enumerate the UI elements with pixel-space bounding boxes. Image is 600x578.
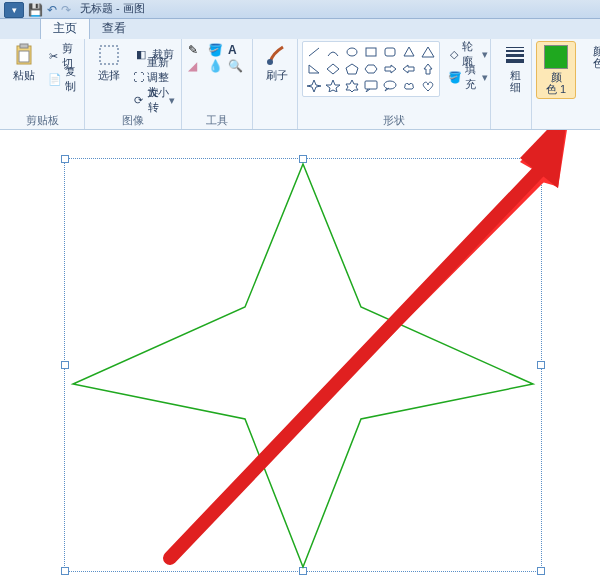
shape-star4[interactable] [305, 78, 323, 94]
group-image: 选择 ◧裁剪 ⛶重新调整大小 ⟳旋转▾ 图像 [85, 39, 182, 129]
svg-marker-12 [327, 64, 339, 74]
selection-box[interactable] [64, 158, 542, 572]
shape-curve[interactable] [324, 44, 342, 60]
stroke-width-button[interactable]: 粗 细 [495, 41, 535, 95]
shape-callout-round[interactable] [381, 78, 399, 94]
scissors-icon: ✂ [48, 48, 59, 64]
rotate-icon: ⟳ [133, 92, 145, 108]
text-icon[interactable]: A [228, 43, 246, 57]
bucket-icon[interactable]: 🪣 [208, 43, 226, 57]
color1-button[interactable]: 颜 色 1 [536, 41, 576, 99]
svg-rect-7 [366, 48, 376, 56]
tab-view[interactable]: 查看 [90, 17, 138, 39]
window-title: 无标题 - 画图 [80, 1, 145, 16]
pencil-icon[interactable]: ✎ [188, 43, 206, 57]
shape-diamond[interactable] [324, 61, 342, 77]
svg-point-4 [267, 59, 273, 65]
shape-star6[interactable] [343, 78, 361, 94]
shape-polygon[interactable] [400, 44, 418, 60]
stroke-icon [503, 43, 527, 67]
shape-arrow-u[interactable] [419, 61, 437, 77]
brush-icon [265, 43, 289, 67]
canvas[interactable] [0, 130, 600, 578]
select-button[interactable]: 选择 [89, 41, 129, 83]
svg-marker-14 [365, 65, 377, 73]
svg-marker-10 [422, 47, 434, 57]
svg-marker-15 [307, 80, 321, 92]
shape-star5[interactable] [324, 78, 342, 94]
shape-arrow-r[interactable] [381, 61, 399, 77]
quick-access-toolbar: ▾ 💾 ↶ ↷ [4, 2, 71, 18]
svg-marker-20 [73, 164, 533, 567]
color1-swatch [544, 45, 568, 69]
svg-rect-2 [19, 51, 29, 62]
shape-triangle[interactable] [419, 44, 437, 60]
group-image-label: 图像 [89, 112, 177, 129]
tab-home[interactable]: 主页 [40, 16, 90, 39]
outline-icon: ◇ [448, 46, 459, 62]
fill-icon: 🪣 [448, 69, 462, 85]
svg-marker-13 [346, 64, 358, 74]
svg-marker-9 [404, 47, 414, 56]
paste-button[interactable]: 粘贴 [4, 41, 44, 83]
svg-marker-16 [326, 80, 340, 92]
group-tools-label: 工具 [186, 112, 248, 129]
group-shapes-label: 形状 [302, 112, 486, 129]
group-clipboard: 粘贴 ✂剪切 📄复制 剪贴板 [0, 39, 85, 129]
svg-point-6 [347, 48, 357, 56]
rotate-button[interactable]: ⟳旋转▾ [131, 89, 177, 111]
star-shape [65, 159, 541, 571]
shape-roundrect[interactable] [381, 44, 399, 60]
svg-point-19 [384, 81, 396, 89]
shape-right-tri[interactable] [305, 61, 323, 77]
clipboard-icon [12, 43, 36, 67]
zoom-icon[interactable]: 🔍 [228, 59, 246, 73]
qat-redo-icon[interactable]: ↷ [61, 3, 71, 17]
svg-rect-8 [385, 48, 395, 56]
shape-rect[interactable] [362, 44, 380, 60]
shape-callout-rect[interactable] [362, 78, 380, 94]
ribbon: 粘贴 ✂剪切 📄复制 剪贴板 选择 ◧裁剪 ⛶重新调整大小 ⟳旋转▾ 图像 [0, 39, 600, 130]
picker-icon[interactable]: 💧 [208, 59, 226, 73]
copy-icon: 📄 [48, 71, 62, 87]
svg-rect-1 [20, 44, 28, 48]
qat-undo-icon[interactable]: ↶ [47, 3, 57, 17]
ribbon-tabs: 主页 查看 [0, 19, 600, 39]
group-shapes: ◇轮廓▾ 🪣填充▾ 形状 [298, 39, 491, 129]
shapes-gallery[interactable] [302, 41, 440, 97]
group-clipboard-label: 剪贴板 [4, 112, 80, 129]
svg-rect-3 [100, 46, 118, 64]
svg-marker-17 [346, 80, 358, 92]
group-tools: ✎ 🪣 A ◢ 💧 🔍 工具 [182, 39, 253, 129]
fill-button[interactable]: 🪣填充▾ [446, 66, 490, 88]
shape-callout-cloud[interactable] [400, 78, 418, 94]
shape-oval[interactable] [343, 44, 361, 60]
app-menu-button[interactable]: ▾ [4, 2, 24, 18]
select-icon [97, 43, 121, 67]
title-bar: ▾ 💾 ↶ ↷ 无标题 - 画图 [0, 0, 600, 19]
shape-line[interactable] [305, 44, 323, 60]
shape-arrow-l[interactable] [400, 61, 418, 77]
color2-button[interactable]: 颜 色 [578, 41, 600, 71]
copy-button[interactable]: 📄复制 [46, 68, 80, 90]
resize-icon: ⛶ [133, 69, 144, 85]
qat-save-icon[interactable]: 💾 [28, 3, 43, 17]
eraser-icon[interactable]: ◢ [188, 59, 206, 73]
group-colors: 颜 色 1 颜 色 [532, 39, 600, 129]
group-stroke: 粗 细 [491, 39, 532, 129]
shape-pentagon[interactable] [343, 61, 361, 77]
svg-rect-18 [365, 81, 377, 89]
svg-line-5 [309, 48, 319, 56]
shape-hexagon[interactable] [362, 61, 380, 77]
group-brushes: 刷子 [253, 39, 298, 129]
shape-heart[interactable] [419, 78, 437, 94]
svg-marker-11 [309, 65, 319, 73]
brushes-button[interactable]: 刷子 [257, 41, 297, 83]
